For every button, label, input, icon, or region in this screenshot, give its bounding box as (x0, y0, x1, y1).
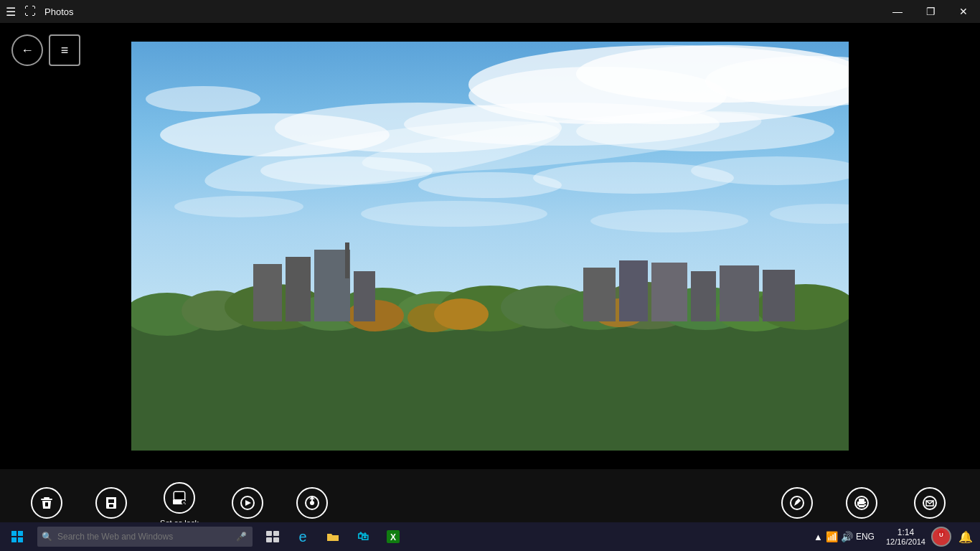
notification-icon[interactable]: 🔔 (951, 522, 980, 551)
svg-rect-77 (18, 531, 23, 536)
svg-rect-44 (651, 263, 687, 321)
svg-rect-48 (44, 497, 50, 499)
svg-text:⊕: ⊕ (183, 500, 185, 504)
app-icon-green[interactable]: X (379, 522, 407, 551)
search-input[interactable] (37, 527, 253, 547)
menu-button[interactable]: ≡ (49, 34, 80, 66)
start-button[interactable] (0, 522, 34, 551)
svg-rect-41 (345, 242, 349, 278)
svg-rect-46 (720, 265, 759, 321)
svg-rect-45 (691, 271, 716, 321)
lock-screen-icon: ⊕ (164, 482, 195, 514)
slideshow-icon (232, 487, 263, 519)
menu-icon: ≡ (61, 43, 69, 58)
hamburger-icon[interactable]: ☰ (6, 5, 16, 19)
svg-point-74 (864, 503, 866, 504)
microphone-icon: 🎤 (236, 532, 247, 542)
close-button[interactable]: ✕ (947, 0, 980, 23)
svg-rect-47 (763, 270, 795, 321)
titlebar: ☰ ⛶ Photos — ❐ ✕ (0, 0, 980, 23)
share-icon (296, 487, 328, 519)
svg-rect-42 (583, 268, 616, 321)
search-icon: 🔍 (42, 532, 52, 542)
print-icon (846, 487, 877, 519)
svg-rect-78 (11, 537, 17, 542)
tray-icons: ▲ 📶 🔊 ENG (808, 531, 880, 542)
svg-point-66 (310, 501, 314, 505)
windows-icon (11, 531, 23, 542)
svg-rect-19 (131, 314, 849, 451)
svg-rect-73 (859, 505, 864, 507)
show-hidden-icons[interactable]: ▲ (814, 532, 823, 542)
svg-rect-40 (354, 271, 375, 321)
svg-rect-70 (859, 499, 864, 501)
notification-bell: 🔔 (958, 530, 973, 544)
folder-icon (326, 531, 339, 542)
minimize-button[interactable]: — (881, 0, 914, 23)
edit-icon (781, 487, 813, 519)
expand-icon[interactable]: ⛶ (24, 5, 36, 18)
maximize-button[interactable]: ❐ (914, 0, 947, 23)
svg-rect-50 (45, 502, 47, 507)
svg-rect-38 (286, 257, 311, 321)
back-icon: ← (21, 43, 34, 58)
app-title: Photos (44, 6, 73, 17)
taskbar-right: ▲ 📶 🔊 ENG 1:14 12/16/2014 U 🔔 (808, 522, 980, 551)
svg-rect-43 (619, 260, 648, 321)
search-wrapper: 🔍 🎤 (34, 527, 253, 547)
taskbar-pinned-apps: e 🛍 X (258, 522, 407, 551)
photo-overlay-controls: ← ≡ (11, 34, 80, 66)
svg-rect-82 (266, 537, 272, 542)
volume-icon[interactable]: 🔊 (841, 531, 853, 542)
time-display: 1:14 (897, 527, 914, 537)
photo-image (131, 42, 849, 451)
svg-point-35 (434, 298, 489, 330)
store-icon[interactable]: 🛍 (349, 522, 377, 551)
back-button[interactable]: ← (11, 34, 43, 66)
svg-rect-49 (41, 499, 52, 500)
feedback-icon (914, 487, 946, 519)
svg-rect-39 (314, 250, 350, 321)
file-explorer-icon[interactable] (319, 522, 347, 551)
svg-rect-81 (273, 531, 279, 536)
svg-text:X: X (390, 532, 396, 542)
task-view-button[interactable] (258, 522, 287, 551)
svg-text:U: U (939, 532, 943, 538)
save-icon (95, 487, 127, 519)
svg-rect-80 (266, 531, 272, 536)
date-display: 12/16/2014 (886, 537, 925, 546)
svg-rect-56 (109, 504, 113, 507)
city-svg (131, 42, 849, 451)
clock[interactable]: 1:14 12/16/2014 (880, 522, 931, 551)
svg-point-75 (923, 496, 936, 509)
svg-rect-51 (47, 502, 48, 507)
window-controls: — ❐ ✕ (881, 0, 980, 23)
delete-icon (31, 487, 62, 519)
svg-rect-76 (11, 531, 17, 536)
photo-area: ← ≡ (0, 23, 980, 469)
language-indicator[interactable]: ENG (856, 532, 875, 542)
svg-rect-79 (18, 537, 23, 542)
user-avatar[interactable]: U (931, 527, 951, 547)
svg-rect-61 (179, 497, 180, 499)
edge-icon[interactable]: e (288, 522, 317, 551)
svg-rect-37 (253, 264, 282, 321)
taskbar: 🔍 🎤 e 🛍 X (0, 522, 980, 551)
svg-rect-83 (273, 537, 279, 542)
network-icon[interactable]: 📶 (826, 531, 838, 542)
